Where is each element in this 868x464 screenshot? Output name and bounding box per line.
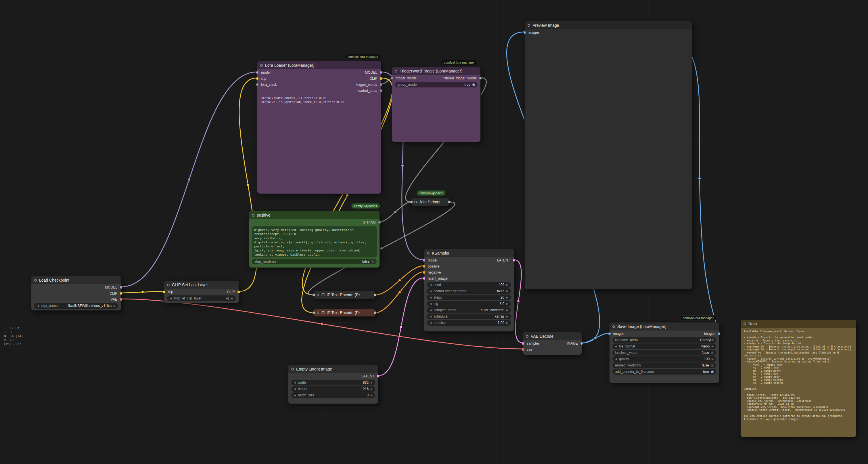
- increment-arrow-icon[interactable]: ▶: [506, 284, 508, 286]
- collapsed-input-connector[interactable]: [314, 311, 315, 314]
- prev-arrow-icon[interactable]: ◀: [615, 345, 617, 348]
- input-port-latent-image[interactable]: [423, 277, 426, 280]
- decrement-arrow-icon[interactable]: ◀: [294, 394, 296, 397]
- widget-lossless-webp[interactable]: lossless_webp false: [612, 350, 716, 355]
- node-header[interactable]: TriggerWord Toggle (LoraManager): [392, 67, 480, 75]
- increment-arrow-icon[interactable]: ▶: [506, 322, 508, 324]
- decrement-arrow-icon[interactable]: ◀: [615, 358, 617, 360]
- widget-quality[interactable]: ◀ quality 100 ▶: [612, 356, 716, 362]
- input-port-images[interactable]: [523, 31, 526, 34]
- widget-steps[interactable]: ◀ steps 20 ▶: [427, 295, 511, 300]
- widget-stop-at-clip-layer[interactable]: ◀ stop_at_clip_layer -2 ▶: [167, 295, 236, 301]
- note-text[interactable]: Available filename_prefix Pattern Codes:…: [741, 328, 856, 435]
- node-header[interactable]: VAE Decode: [523, 332, 582, 340]
- lora-syntax-text[interactable]: <lora:CreateConcept_Illustrious:0.8> <lo…: [261, 96, 377, 104]
- widget-filename-prefix[interactable]: filename_prefix ComfyUI: [612, 337, 716, 343]
- node-header[interactable]: Load Checkpoint: [31, 276, 121, 284]
- output-port-model[interactable]: [379, 71, 382, 74]
- node-preview-image[interactable]: Preview Image images: [524, 21, 692, 289]
- node-lora-loader[interactable]: Lora Loader (LoraManager) model MODEL cl…: [257, 61, 381, 194]
- node-collapse-icon[interactable]: [34, 279, 37, 282]
- widget-sampler-name[interactable]: ◀ sampler_name euler_ancestral ▶: [427, 307, 511, 313]
- widget-denoise[interactable]: ◀ denoise 1.00 ▶: [427, 320, 511, 326]
- widget-add-counter-to-filename[interactable]: add_counter_to_filename true: [612, 369, 716, 375]
- output-port-clip[interactable]: [120, 292, 122, 295]
- next-arrow-icon[interactable]: ▶: [506, 290, 508, 293]
- input-port-samples[interactable]: [522, 342, 524, 345]
- widget-strip-newlines[interactable]: strip_newlines false: [252, 259, 377, 264]
- node-header[interactable]: positive: [249, 211, 379, 219]
- prompt-textarea[interactable]: highres, very detailed, amazing quality,…: [252, 226, 377, 257]
- node-header[interactable]: Preview Image: [525, 21, 692, 29]
- toggle-off-icon[interactable]: [371, 260, 374, 263]
- input-port-vae[interactable]: [522, 348, 524, 351]
- output-port-trigger-words[interactable]: [379, 83, 382, 86]
- node-header[interactable]: Lora Loader (LoraManager): [257, 61, 381, 69]
- decrement-arrow-icon[interactable]: ◀: [430, 284, 432, 286]
- node-header[interactable]: KSampler: [424, 249, 514, 257]
- node-clip-text-encode-negative[interactable]: CLIP Text Encode (Pr: [313, 309, 375, 317]
- decrement-arrow-icon[interactable]: ◀: [430, 296, 432, 299]
- output-port-model[interactable]: [120, 286, 122, 289]
- next-arrow-icon[interactable]: ▶: [114, 304, 116, 307]
- node-vae-decode[interactable]: VAE Decode samples IMAGE vae: [523, 332, 582, 355]
- next-arrow-icon[interactable]: ▶: [506, 309, 508, 312]
- collapsed-input-connector[interactable]: [411, 201, 413, 203]
- node-join-strings[interactable]: Join Strings: [411, 198, 450, 206]
- node-ksampler[interactable]: KSampler model LATENT positive negative …: [424, 249, 514, 332]
- collapsed-output-connector[interactable]: [374, 293, 375, 296]
- increment-arrow-icon[interactable]: ▶: [231, 297, 233, 300]
- output-port-clip[interactable]: [237, 291, 240, 293]
- node-header[interactable]: Empty Latent Image: [288, 365, 378, 373]
- node-positive-prompt[interactable]: positive STRING highres, very detailed, …: [249, 211, 380, 268]
- widget-control-after-generate[interactable]: ◀ control after generate fixed ▶: [427, 288, 511, 294]
- decrement-arrow-icon[interactable]: ◀: [169, 297, 172, 300]
- node-collapse-icon[interactable]: [526, 335, 528, 338]
- node-clip-set-last-layer[interactable]: CLIP Set Last Layer clip CLIP ◀ stop_at_…: [164, 281, 239, 303]
- input-port-model[interactable]: [423, 259, 426, 262]
- node-collapse-icon[interactable]: [260, 64, 263, 67]
- input-port-clip[interactable]: [163, 291, 165, 293]
- node-note[interactable]: Note Available filename_prefix Pattern C…: [740, 319, 856, 437]
- collapsed-output-connector[interactable]: [448, 201, 450, 203]
- node-header[interactable]: Save Image (LoraManager): [610, 322, 719, 330]
- collapsed-input-connector[interactable]: [314, 293, 315, 296]
- increment-arrow-icon[interactable]: ▶: [712, 358, 714, 360]
- node-collapse-icon[interactable]: [414, 201, 417, 203]
- output-port-clip[interactable]: [379, 77, 382, 80]
- node-collapse-icon[interactable]: [252, 214, 254, 216]
- output-port-images[interactable]: [718, 332, 720, 335]
- node-empty-latent-image[interactable]: Empty Latent Image LATENT ◀ width 832 ▶ …: [288, 365, 378, 404]
- increment-arrow-icon[interactable]: ▶: [371, 381, 373, 384]
- input-port-model[interactable]: [256, 71, 259, 74]
- node-collapse-icon[interactable]: [291, 368, 294, 371]
- increment-arrow-icon[interactable]: ▶: [371, 394, 373, 397]
- node-collapse-icon[interactable]: [612, 325, 615, 328]
- collapsed-output-connector[interactable]: [374, 311, 375, 314]
- node-save-image[interactable]: Save Image (LoraManager) images images f…: [609, 322, 719, 383]
- decrement-arrow-icon[interactable]: ◀: [294, 388, 296, 390]
- toggle-on-icon[interactable]: [711, 371, 714, 373]
- input-port-lora-stack[interactable]: [256, 83, 259, 86]
- node-collapse-icon[interactable]: [744, 322, 746, 325]
- decrement-arrow-icon[interactable]: ◀: [430, 322, 432, 324]
- output-port-latent[interactable]: [377, 375, 379, 378]
- input-port-clip[interactable]: [256, 77, 259, 80]
- toggle-on-icon[interactable]: [472, 83, 475, 86]
- node-collapse-icon[interactable]: [316, 312, 319, 314]
- output-port-string[interactable]: [378, 221, 381, 224]
- node-clip-text-encode-positive[interactable]: CLIP Text Encode (Pr: [313, 291, 375, 299]
- node-collapse-icon[interactable]: [316, 294, 319, 296]
- widget-height[interactable]: ◀ height 1216 ▶: [291, 386, 375, 392]
- node-collapse-icon[interactable]: [427, 252, 430, 255]
- prev-arrow-icon[interactable]: ◀: [430, 290, 432, 293]
- widget-group-mode[interactable]: group_mode true: [395, 82, 477, 87]
- node-header[interactable]: CLIP Set Last Layer: [164, 281, 239, 289]
- prev-arrow-icon[interactable]: ◀: [430, 315, 432, 318]
- widget-file-format[interactable]: ◀ file_format webp ▶: [612, 344, 716, 349]
- node-header[interactable]: Join Strings: [411, 198, 450, 206]
- node-load-checkpoint[interactable]: Load Checkpoint MODEL CLIP VAE ◀ ckpt_na…: [31, 276, 121, 311]
- node-collapse-icon[interactable]: [528, 24, 530, 27]
- widget-scheduler[interactable]: ◀ scheduler karras ▶: [427, 314, 511, 319]
- decrement-arrow-icon[interactable]: ◀: [430, 302, 432, 305]
